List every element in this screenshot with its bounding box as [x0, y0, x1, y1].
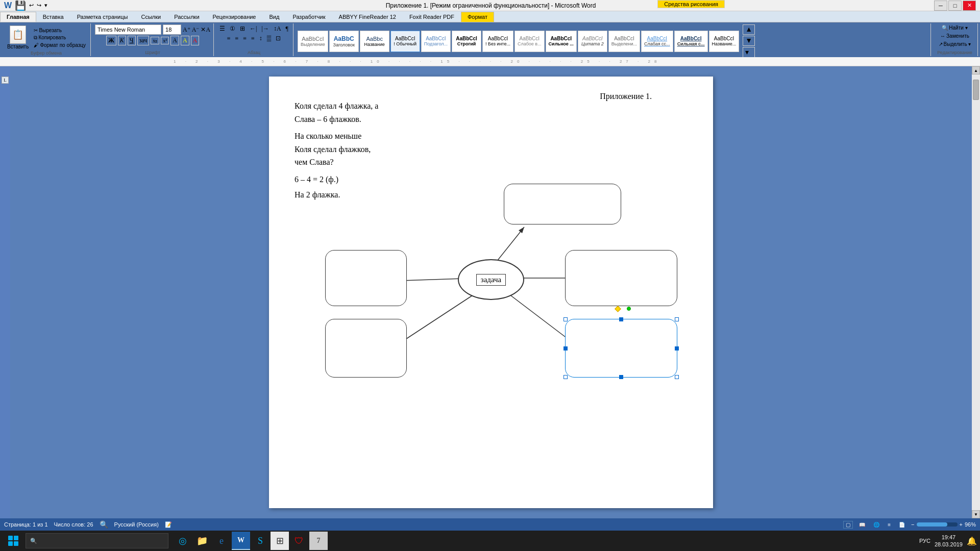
diagram-box-left-lower[interactable]: [325, 319, 407, 378]
taskbar-icon-word[interactable]: W: [232, 532, 250, 550]
left-margin-toggle[interactable]: L: [2, 77, 9, 84]
zoom-control[interactable]: − + 96%: [911, 521, 976, 528]
style-item-11[interactable]: AaBbCcI Слабая сс...: [641, 31, 673, 52]
taskbar-lang[interactable]: РУС: [919, 538, 930, 544]
diagram-box-right-upper[interactable]: [565, 250, 677, 306]
style-item-8[interactable]: AaBbCcI Сильное ...: [546, 31, 577, 52]
handle-tm[interactable]: [619, 317, 623, 321]
scroll-thumb[interactable]: [973, 80, 979, 100]
taskbar-search-input[interactable]: 🔍: [26, 533, 168, 548]
styles-up-button[interactable]: ▲: [743, 24, 755, 35]
style-item-10[interactable]: AaBbCcI Выделени...: [608, 31, 640, 52]
zoom-out-button[interactable]: −: [911, 521, 914, 528]
language[interactable]: Русский (Россия): [114, 521, 159, 528]
tab-view[interactable]: Вид: [263, 12, 286, 22]
find-button[interactable]: 🔍 Найти ▾: [940, 24, 969, 31]
style-item-3[interactable]: AaBbCcI ! Обычный: [390, 31, 420, 52]
handle-tr[interactable]: [675, 317, 679, 321]
taskbar-icon-unknown2[interactable]: 7: [309, 532, 328, 550]
align-left-button[interactable]: ≡: [226, 34, 232, 43]
view-reading-button[interactable]: 📖: [857, 521, 867, 528]
underline-button[interactable]: Ч: [128, 36, 136, 45]
handle-bm[interactable]: [619, 375, 623, 379]
center-ellipse[interactable]: задача: [458, 259, 524, 300]
decrease-indent-button[interactable]: ←|: [248, 24, 258, 33]
right-scrollbar[interactable]: ▲ ▼: [972, 66, 980, 518]
quick-access-undo[interactable]: ↩: [29, 2, 34, 9]
sort-button[interactable]: ↕A: [272, 24, 283, 33]
notification-icon[interactable]: 🔔: [967, 536, 977, 546]
replace-button[interactable]: ↔ Заменить: [939, 33, 971, 39]
tab-foxit[interactable]: Foxit Reader PDF: [403, 12, 461, 22]
handle-tl[interactable]: [564, 317, 568, 321]
strikethrough-button[interactable]: зач: [137, 36, 150, 45]
highlight-button[interactable]: A: [181, 36, 189, 45]
text-effect-button[interactable]: A: [170, 36, 179, 45]
increase-indent-button[interactable]: |→: [260, 24, 270, 33]
quick-access-redo[interactable]: ↪: [37, 2, 41, 9]
view-web-button[interactable]: 🌐: [871, 521, 881, 528]
style-item-6[interactable]: AaBbCcI ! Без инте...: [482, 31, 513, 52]
format-brush-button[interactable]: 🖌Формат по образцу: [32, 42, 87, 48]
start-button[interactable]: [3, 532, 23, 550]
paste-button[interactable]: 📋 Вставить: [5, 24, 31, 51]
tab-insert[interactable]: Вставка: [36, 12, 70, 22]
font-grow-button[interactable]: A⁺: [183, 26, 190, 34]
taskbar-icon-antivirus[interactable]: 🛡: [290, 532, 308, 550]
justify-button[interactable]: ≡: [250, 34, 256, 43]
taskbar-icon-ie[interactable]: e: [212, 532, 231, 550]
copy-button[interactable]: ⧉Копировать: [32, 34, 87, 41]
tab-mailings[interactable]: Рассылки: [167, 12, 206, 22]
bold-button[interactable]: Ж: [106, 36, 116, 45]
scroll-down-button[interactable]: ▼: [972, 510, 980, 518]
style-item-7[interactable]: AaBbCcI Слабое в...: [514, 31, 545, 52]
select-button[interactable]: ↗ Выделить ▾: [937, 41, 973, 47]
tab-page-layout[interactable]: Разметка страницы: [70, 12, 135, 22]
clear-format-button[interactable]: ✕A: [201, 26, 210, 34]
font-size-input[interactable]: 18: [163, 24, 181, 35]
bullet-list-button[interactable]: ☰: [218, 24, 227, 33]
style-item-5[interactable]: AaBbCcI Строгий: [452, 31, 481, 52]
handle-rotate-yellow[interactable]: [615, 306, 621, 312]
multilevel-list-button[interactable]: ⊞: [238, 24, 247, 33]
diagram-box-left-upper[interactable]: [325, 250, 407, 306]
style-item-13[interactable]: AaBbCcI Название...: [709, 31, 740, 52]
superscript-button[interactable]: x²: [161, 37, 169, 44]
font-color-button[interactable]: A: [191, 36, 200, 45]
shading-button[interactable]: ▒: [265, 34, 273, 43]
taskbar-icon-skype[interactable]: S: [251, 532, 270, 550]
font-shrink-button[interactable]: A⁻: [192, 26, 200, 34]
style-item-12[interactable]: AaBbCcI Сильная с...: [674, 31, 708, 52]
borders-button[interactable]: ⊡: [274, 34, 282, 43]
style-item-9[interactable]: AaBbCcI Цитата 2: [578, 31, 607, 52]
tab-references[interactable]: Ссылки: [134, 12, 167, 22]
tab-abbyy[interactable]: ABBYY FineReader 12: [332, 12, 403, 22]
styles-down-button[interactable]: ▼: [743, 36, 755, 46]
quick-access-save[interactable]: 💾: [15, 0, 26, 11]
align-right-button[interactable]: ≡: [241, 34, 248, 43]
diagram-box-right-lower[interactable]: [565, 319, 677, 378]
view-draft-button[interactable]: 📄: [897, 521, 907, 528]
scroll-track[interactable]: [972, 74, 980, 510]
proofing-icon[interactable]: 🔍: [100, 520, 108, 529]
zoom-in-button[interactable]: +: [960, 521, 963, 528]
handle-br[interactable]: [675, 375, 679, 379]
handle-ml[interactable]: [564, 346, 568, 350]
maximize-button[interactable]: □: [948, 1, 962, 11]
style-item-4[interactable]: AaBbCcI Подзагол...: [421, 31, 451, 52]
show-marks-button[interactable]: ¶: [284, 24, 290, 33]
handle-rotate-green[interactable]: [627, 307, 631, 311]
handle-mr[interactable]: [675, 346, 679, 350]
scroll-up-button[interactable]: ▲: [972, 66, 980, 74]
view-outline-button[interactable]: ≡: [886, 521, 893, 528]
style-item-1[interactable]: AaBbC Заголовок: [329, 31, 359, 52]
tab-review[interactable]: Рецензирование: [206, 12, 263, 22]
diagram-box-top-right[interactable]: [504, 184, 621, 224]
line-spacing-button[interactable]: ↕: [258, 34, 264, 43]
handle-bl[interactable]: [564, 375, 568, 379]
styles-more-button[interactable]: ▾: [743, 47, 755, 58]
numbered-list-button[interactable]: ①: [228, 24, 237, 33]
style-item-2[interactable]: AaBbc Название: [360, 31, 389, 52]
taskbar-icon-unknown1[interactable]: ⊞: [271, 532, 289, 550]
view-print-button[interactable]: ▢: [843, 521, 853, 529]
